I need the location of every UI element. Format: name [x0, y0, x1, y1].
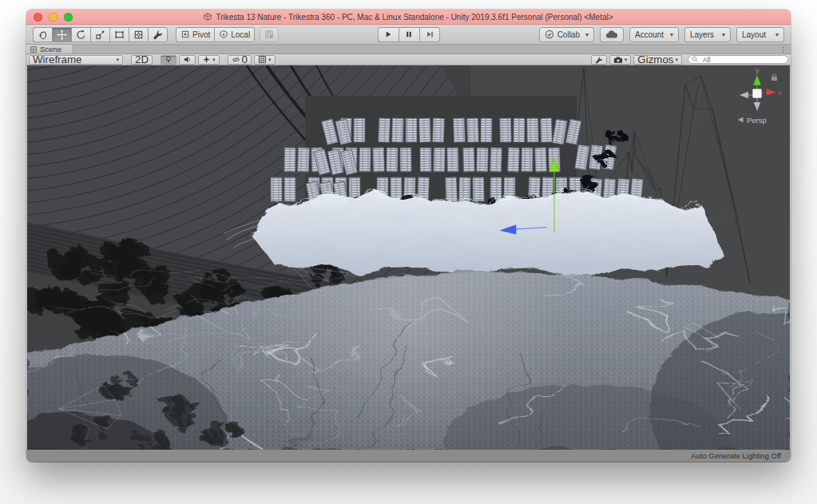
tab-scene[interactable]: Scene [26, 45, 73, 54]
layout-label: Layout [742, 30, 766, 39]
scene-viewport[interactable]: y x Persp [27, 65, 790, 450]
wireframe-scene-render [27, 65, 790, 450]
gizmos-label: Gizmos [637, 54, 673, 65]
wrench-icon [595, 56, 603, 64]
scale-icon [95, 30, 105, 40]
scene-view-toolbar: Wireframe ▾ 2D ▾ 0 ▾ [26, 54, 791, 65]
transform-tools [33, 27, 168, 42]
layout-dropdown[interactable]: Layout ▾ [736, 27, 784, 42]
search-icon [692, 56, 699, 63]
cloud-button[interactable] [600, 27, 624, 42]
unity-app-icon [204, 13, 212, 21]
draw-mode-label: Wireframe [33, 54, 81, 65]
account-label: Account [635, 30, 664, 39]
collab-dropdown[interactable]: Collab ▾ [539, 27, 594, 42]
hand-icon [38, 30, 48, 40]
pivot-icon [180, 30, 190, 39]
play-button[interactable] [378, 27, 399, 42]
zoom-button[interactable] [64, 13, 73, 22]
chevron-down-icon: ▾ [722, 31, 725, 38]
pivot-toggle[interactable]: Pivot [176, 27, 214, 42]
chevron-down-icon: ▾ [212, 57, 216, 63]
camera-icon [613, 56, 623, 64]
scene-visibility-toggle[interactable]: 0 [228, 55, 252, 65]
rect-tool-icon [114, 30, 125, 40]
lightbulb-icon [165, 55, 173, 64]
minimize-button[interactable] [49, 13, 58, 22]
tab-options-icon[interactable]: ⋮ [779, 45, 787, 54]
chevron-down-icon: ▾ [675, 57, 678, 63]
chevron-down-icon: ▾ [585, 31, 589, 38]
scene-tab-icon [30, 46, 37, 53]
scale-tool-button[interactable] [90, 27, 109, 42]
step-button[interactable] [419, 27, 440, 42]
account-dropdown[interactable]: Account ▾ [629, 27, 679, 42]
transform-tool-button[interactable] [129, 27, 148, 42]
wrench-icon [153, 30, 163, 40]
collab-check-icon [545, 30, 554, 39]
speaker-icon [183, 55, 192, 64]
chevron-down-icon: ▾ [268, 57, 272, 63]
step-icon [425, 30, 434, 39]
rotate-icon [76, 30, 86, 40]
hidden-count-label: 0 [242, 54, 248, 65]
traffic-lights [34, 13, 73, 22]
local-toggle[interactable]: Local [214, 27, 255, 42]
pause-button[interactable] [399, 27, 419, 42]
close-button[interactable] [34, 13, 42, 22]
view-tab-bar: Scene ⋮ [26, 45, 791, 54]
window-titlebar[interactable]: Trikesta 13 Nature - Trikestra 360 - PC,… [26, 10, 791, 25]
2d-toggle[interactable]: 2D [131, 55, 153, 65]
2d-label: 2D [135, 54, 149, 65]
custom-tool-button[interactable] [148, 27, 168, 42]
local-axes-icon [219, 30, 228, 39]
chevron-down-icon: ▾ [775, 31, 779, 38]
scene-effects-dropdown[interactable]: ▾ [198, 55, 220, 65]
layers-dropdown[interactable]: Layers ▾ [684, 27, 731, 42]
main-toolbar: Pivot Local Collab ▾ [26, 25, 791, 45]
play-icon [383, 30, 393, 39]
chevron-down-icon: ▾ [625, 57, 628, 63]
grid-snapping-button[interactable] [260, 27, 279, 42]
rect-tool-button[interactable] [109, 27, 129, 42]
move-icon [57, 30, 67, 40]
component-tools-button[interactable] [591, 55, 607, 65]
chevron-down-icon: ▾ [116, 57, 119, 63]
projection-label: Persp [747, 116, 767, 125]
camera-settings-dropdown[interactable]: ▾ [609, 55, 632, 65]
toolbar-right-group: Collab ▾ Account ▾ Layers ▾ Layout ▾ [539, 27, 784, 42]
rotate-tool-button[interactable] [71, 27, 90, 42]
desktop: Trikesta 13 Nature - Trikestra 360 - PC,… [0, 0, 817, 504]
gizmo-center-cube[interactable] [753, 89, 762, 98]
playmode-controls [378, 27, 440, 42]
collab-label: Collab [557, 30, 580, 39]
lighting-status-label: Auto Generate Lighting Off [691, 451, 781, 460]
pivot-label: Pivot [192, 30, 210, 39]
pivot-local-group: Pivot Local [176, 27, 255, 42]
chevron-down-icon: ▾ [670, 31, 673, 38]
gizmo-y-label: y [756, 66, 759, 74]
scene-toolbar-right: ▾ Gizmos ▾ [591, 55, 788, 65]
hand-tool-button[interactable] [33, 27, 52, 42]
pause-icon [404, 30, 414, 39]
move-tool-button[interactable] [52, 27, 71, 42]
transform-icon [133, 30, 144, 40]
cloud-icon [605, 30, 618, 39]
layers-label: Layers [690, 30, 714, 39]
gizmo-x-label: x [778, 89, 782, 97]
scene-audio-toggle[interactable] [179, 55, 196, 65]
draw-mode-dropdown[interactable]: Wireframe ▾ [29, 55, 123, 65]
gizmos-dropdown[interactable]: Gizmos ▾ [633, 55, 682, 65]
scene-search-field[interactable] [688, 55, 788, 64]
local-label: Local [231, 30, 250, 39]
grid-snap-icon [264, 30, 274, 39]
scene-tab-label: Scene [40, 45, 61, 54]
scene-lighting-toggle[interactable] [161, 55, 176, 65]
grid-settings-dropdown[interactable]: ▾ [254, 55, 276, 65]
window-title: Trikesta 13 Nature - Trikestra 360 - PC,… [204, 13, 613, 22]
grid-icon [258, 55, 267, 64]
search-input[interactable] [701, 55, 784, 65]
effects-icon [202, 55, 211, 64]
eye-hidden-icon [232, 55, 240, 64]
scene-viewport-canvas[interactable]: y x Persp [27, 65, 790, 450]
